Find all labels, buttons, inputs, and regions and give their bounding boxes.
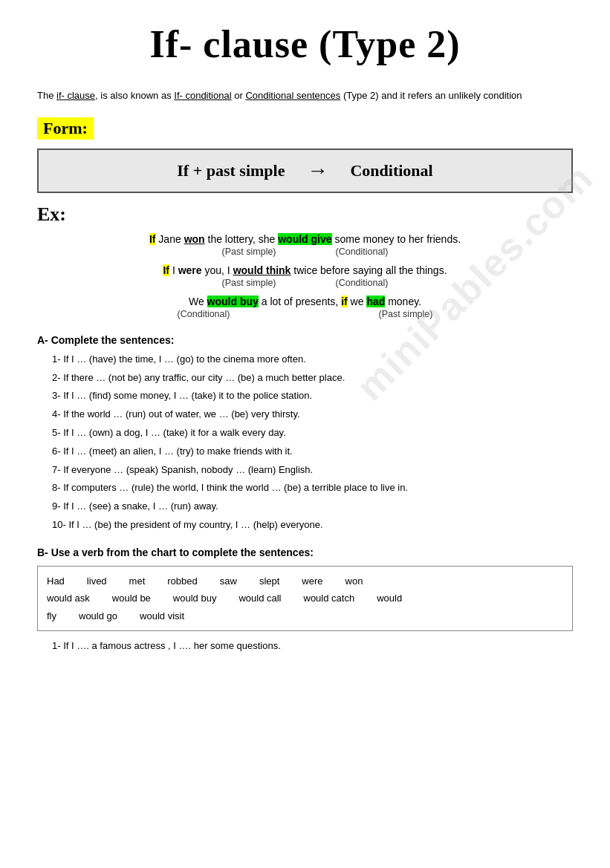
ex1-won: won <box>184 233 205 245</box>
verb-cell: saw <box>220 572 237 590</box>
if-clause-link: if- clause <box>56 90 95 101</box>
list-item: 1- If I … (have) the time, I … (go) to t… <box>52 352 573 368</box>
verb-cell: were <box>302 572 322 590</box>
list-item: 2- If there … (not be) any traffic, our … <box>52 371 573 386</box>
example-1-labels: (Past simple) (Conditional) <box>37 247 573 257</box>
list-item: 7- If everyone … (speak) Spanish, nobody… <box>52 463 573 478</box>
intro-paragraph: The if- clause, is also known as If- con… <box>37 88 573 104</box>
verb-cell: met <box>129 572 146 590</box>
verb-cell: would go <box>79 607 117 624</box>
example-3-labels: (Conditional) (Past simple) <box>37 309 573 319</box>
ex3-label1: (Conditional) <box>178 309 230 319</box>
verb-cell: would visit <box>140 607 184 624</box>
verb-cell: slept <box>259 572 279 590</box>
verb-cell: lived <box>87 572 107 590</box>
ex3-would-buy: would buy <box>207 296 259 307</box>
ex1-label2: (Conditional) <box>336 247 389 257</box>
ex2-label2: (Conditional) <box>336 278 389 288</box>
list-item: 6- If I … (meet) an alien, I … (try) to … <box>52 444 573 460</box>
verb-cell: would catch <box>304 590 355 607</box>
example-3-sentence: We would buy a lot of presents, if we ha… <box>37 296 573 307</box>
ex2-would-think: would think <box>233 264 291 276</box>
verb-cell: fly <box>47 607 56 624</box>
conditional-sentences-link: Conditional sentences <box>245 90 340 101</box>
verb-chart-row-1: Had lived met robbed saw slept were won <box>47 572 563 590</box>
section-b-title: B- Use a verb from the chart to complete… <box>37 546 573 558</box>
ex1-label1: (Past simple) <box>222 247 276 257</box>
verb-cell: would buy <box>173 590 217 607</box>
verb-chart-row-3: fly would go would visit <box>47 607 563 624</box>
ex2-were: were <box>178 264 202 276</box>
verb-cell: robbed <box>167 572 197 590</box>
ex2-label1: (Past simple) <box>222 278 276 288</box>
example-1: If Jane won the lottery, she would give … <box>37 233 573 257</box>
exercise-b-list: 1- If I …. a famous actress , I …. her s… <box>37 639 573 654</box>
list-item: 9- If I … (see) a snake, I … (run) away. <box>52 499 573 515</box>
example-2-sentence: If I were you, I would think twice befor… <box>37 264 573 276</box>
verb-cell: won <box>345 572 363 590</box>
example-3: We would buy a lot of presents, if we ha… <box>37 296 573 319</box>
verb-cell: would be <box>112 590 151 607</box>
form-label: Form: <box>37 117 94 140</box>
list-item: 8- If computers … (rule) the world, I th… <box>52 480 573 496</box>
example-1-sentence: If Jane won the lottery, she would give … <box>37 233 573 245</box>
formula-right: Conditional <box>350 161 432 180</box>
formula-arrow: → <box>307 159 328 183</box>
verb-cell: would <box>377 590 402 607</box>
example-2-labels: (Past simple) (Conditional) <box>37 278 573 288</box>
formula-left: If + past simple <box>177 161 285 180</box>
verb-chart: Had lived met robbed saw slept were won … <box>37 566 573 631</box>
ex-label: Ex: <box>37 203 573 226</box>
verb-cell: Had <box>47 572 65 590</box>
ex1-would-give: would give <box>278 233 331 245</box>
ex3-if: if <box>341 296 348 307</box>
list-item: 10- If I … (be) the president of my coun… <box>52 518 573 533</box>
list-item: 3- If I … (find) some money, I … (take) … <box>52 388 573 404</box>
verb-cell: would call <box>239 590 281 607</box>
verb-chart-row-2: would ask would be would buy would call … <box>47 590 563 607</box>
list-item: 4- If the world … (run) out of water, we… <box>52 407 573 422</box>
ex2-if: If <box>163 264 169 276</box>
verb-cell: would ask <box>47 590 90 607</box>
exercise-a-list: 1- If I … (have) the time, I … (go) to t… <box>37 352 573 533</box>
ex1-if: If <box>149 233 156 245</box>
list-item: 5- If I … (own) a dog, I … (take) it for… <box>52 425 573 441</box>
ex3-label2: (Past simple) <box>378 309 432 319</box>
list-item: 1- If I …. a famous actress , I …. her s… <box>52 639 573 654</box>
page-title: If- clause (Type 2) <box>37 22 573 66</box>
example-2: If I were you, I would think twice befor… <box>37 264 573 288</box>
section-a-title: A- Complete the sentences: <box>37 334 573 346</box>
if-conditional-link: If- conditional <box>174 90 231 101</box>
ex3-had: had <box>366 296 385 307</box>
formula-box: If + past simple → Conditional <box>37 149 573 193</box>
examples-section: If Jane won the lottery, she would give … <box>37 233 573 319</box>
